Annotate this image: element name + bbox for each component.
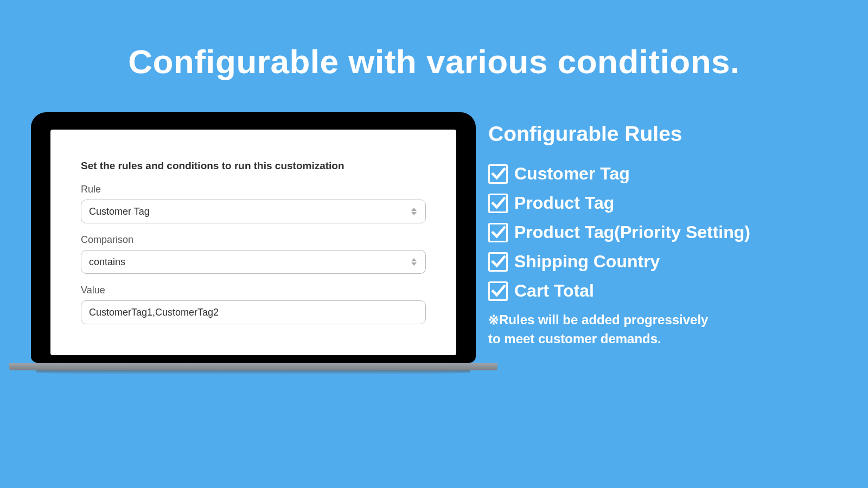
laptop-mockup: Set the rules and conditions to run this…: [31, 112, 476, 375]
rule-item-label: Customer Tag: [514, 164, 630, 183]
comparison-label: Comparison: [81, 234, 426, 246]
checkbox-checked-icon: [488, 194, 508, 213]
value-field: Value CustomerTag1,CustomerTag2: [81, 285, 426, 324]
rule-label: Rule: [81, 184, 426, 195]
laptop-base: [9, 363, 497, 370]
rule-item-label: Shipping Country: [514, 252, 660, 271]
rule-select-value: Customer Tag: [89, 206, 150, 217]
comparison-field: Comparison contains: [81, 234, 426, 274]
comparison-select-value: contains: [89, 256, 125, 268]
rule-item-shipping-country: Shipping Country: [488, 252, 835, 272]
checkbox-checked-icon: [488, 223, 508, 242]
rule-field: Rule Customer Tag: [81, 184, 426, 223]
rules-title: Configurable Rules: [488, 122, 835, 146]
rule-item-product-tag-priority: Product Tag(Priority Setting): [488, 223, 835, 242]
rule-item-label: Product Tag(Priority Setting): [514, 223, 750, 242]
laptop-shadow: [36, 370, 470, 375]
rules-panel: Configurable Rules Customer Tag Product …: [488, 122, 835, 349]
laptop-bezel: Set the rules and conditions to run this…: [31, 112, 476, 363]
rules-note: ※Rules will be added progressively to me…: [488, 311, 835, 349]
rule-item-cart-total: Cart Total: [488, 281, 835, 301]
rule-item-label: Product Tag: [514, 194, 614, 213]
form-heading: Set the rules and conditions to run this…: [81, 160, 426, 172]
comparison-select[interactable]: contains: [81, 250, 426, 274]
updown-icon: [410, 207, 418, 216]
rule-item-product-tag: Product Tag: [488, 194, 835, 213]
rule-item-label: Cart Total: [514, 281, 594, 300]
updown-icon: [410, 257, 418, 267]
laptop-screen: Set the rules and conditions to run this…: [50, 130, 456, 355]
checkbox-checked-icon: [488, 252, 508, 272]
value-input-value: CustomerTag1,CustomerTag2: [89, 307, 219, 318]
checkbox-checked-icon: [488, 281, 508, 301]
page-title: Configurable with various conditions.: [0, 0, 868, 81]
rule-select[interactable]: Customer Tag: [81, 200, 426, 223]
checkbox-checked-icon: [488, 164, 508, 184]
value-input[interactable]: CustomerTag1,CustomerTag2: [81, 300, 426, 324]
rule-item-customer-tag: Customer Tag: [488, 164, 835, 184]
value-label: Value: [81, 285, 426, 296]
